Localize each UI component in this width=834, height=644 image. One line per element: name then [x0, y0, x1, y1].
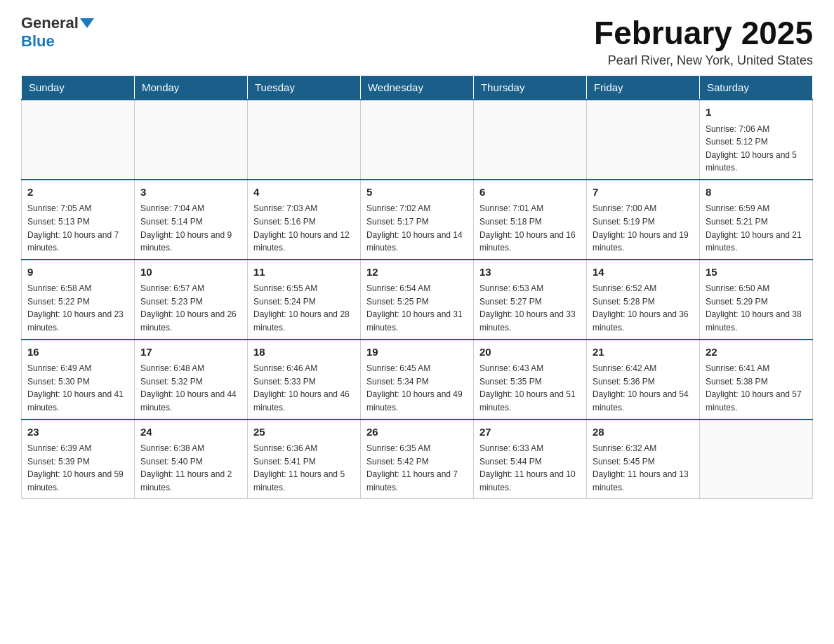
- day-info: Sunrise: 6:57 AM Sunset: 5:23 PM Dayligh…: [140, 282, 241, 334]
- calendar-header-row: SundayMondayTuesdayWednesdayThursdayFrid…: [22, 76, 813, 100]
- calendar-cell: 5Sunrise: 7:02 AM Sunset: 5:17 PM Daylig…: [360, 180, 473, 260]
- calendar-cell: [586, 100, 699, 180]
- calendar-cell: 1Sunrise: 7:06 AM Sunset: 5:12 PM Daylig…: [699, 100, 812, 180]
- page-header: General Blue February 2025 Pearl River, …: [21, 14, 813, 68]
- calendar-cell: [360, 100, 473, 180]
- location-subtitle: Pearl River, New York, United States: [594, 53, 813, 68]
- calendar-cell: 27Sunrise: 6:33 AM Sunset: 5:44 PM Dayli…: [473, 420, 586, 499]
- day-number: 14: [593, 264, 694, 281]
- calendar-cell: 13Sunrise: 6:53 AM Sunset: 5:27 PM Dayli…: [473, 260, 586, 340]
- day-number: 6: [479, 185, 581, 201]
- calendar-week-3: 9Sunrise: 6:58 AM Sunset: 5:22 PM Daylig…: [22, 260, 813, 340]
- day-info: Sunrise: 6:55 AM Sunset: 5:24 PM Dayligh…: [253, 282, 355, 334]
- day-number: 25: [253, 424, 355, 441]
- day-info: Sunrise: 7:05 AM Sunset: 5:13 PM Dayligh…: [27, 202, 128, 254]
- day-number: 8: [706, 185, 807, 201]
- day-number: 3: [140, 185, 241, 201]
- calendar-cell: 8Sunrise: 6:59 AM Sunset: 5:21 PM Daylig…: [699, 180, 812, 260]
- calendar-cell: 25Sunrise: 6:36 AM Sunset: 5:41 PM Dayli…: [247, 420, 360, 499]
- day-number: 7: [593, 185, 694, 201]
- day-info: Sunrise: 6:53 AM Sunset: 5:27 PM Dayligh…: [479, 282, 581, 334]
- day-info: Sunrise: 6:42 AM Sunset: 5:36 PM Dayligh…: [593, 362, 694, 414]
- day-number: 9: [27, 264, 128, 281]
- day-info: Sunrise: 6:50 AM Sunset: 5:29 PM Dayligh…: [706, 282, 807, 334]
- calendar-cell: 22Sunrise: 6:41 AM Sunset: 5:38 PM Dayli…: [699, 340, 812, 420]
- day-number: 28: [593, 424, 694, 441]
- calendar-header-tuesday: Tuesday: [247, 76, 360, 100]
- calendar-cell: 26Sunrise: 6:35 AM Sunset: 5:42 PM Dayli…: [360, 420, 473, 499]
- day-info: Sunrise: 6:49 AM Sunset: 5:30 PM Dayligh…: [27, 362, 128, 414]
- calendar-cell: 7Sunrise: 7:00 AM Sunset: 5:19 PM Daylig…: [586, 180, 699, 260]
- title-block: February 2025 Pearl River, New York, Uni…: [594, 14, 813, 68]
- day-number: 2: [27, 185, 128, 201]
- day-number: 10: [140, 264, 241, 281]
- day-number: 12: [366, 264, 468, 281]
- day-info: Sunrise: 6:54 AM Sunset: 5:25 PM Dayligh…: [366, 282, 468, 334]
- calendar-cell: [247, 100, 360, 180]
- day-info: Sunrise: 7:06 AM Sunset: 5:12 PM Dayligh…: [706, 123, 807, 175]
- day-number: 20: [479, 344, 581, 361]
- calendar-cell: 12Sunrise: 6:54 AM Sunset: 5:25 PM Dayli…: [360, 260, 473, 340]
- day-info: Sunrise: 6:58 AM Sunset: 5:22 PM Dayligh…: [27, 282, 128, 334]
- day-number: 23: [27, 424, 128, 441]
- day-number: 5: [366, 185, 468, 201]
- calendar-header-sunday: Sunday: [22, 76, 135, 100]
- calendar-header-monday: Monday: [134, 76, 247, 100]
- calendar-cell: 18Sunrise: 6:46 AM Sunset: 5:33 PM Dayli…: [247, 340, 360, 420]
- calendar-cell: [699, 420, 812, 499]
- day-info: Sunrise: 7:02 AM Sunset: 5:17 PM Dayligh…: [366, 202, 468, 254]
- calendar-cell: 2Sunrise: 7:05 AM Sunset: 5:13 PM Daylig…: [22, 180, 135, 260]
- calendar-header-saturday: Saturday: [699, 76, 812, 100]
- calendar-cell: 16Sunrise: 6:49 AM Sunset: 5:30 PM Dayli…: [22, 340, 135, 420]
- calendar-cell: [22, 100, 135, 180]
- day-number: 19: [366, 344, 468, 361]
- day-number: 22: [706, 344, 807, 361]
- day-info: Sunrise: 6:52 AM Sunset: 5:28 PM Dayligh…: [593, 282, 694, 334]
- day-number: 4: [253, 185, 355, 201]
- day-info: Sunrise: 6:35 AM Sunset: 5:42 PM Dayligh…: [366, 442, 468, 494]
- logo-general-text: General: [21, 14, 79, 32]
- day-number: 1: [706, 105, 807, 121]
- day-info: Sunrise: 7:00 AM Sunset: 5:19 PM Dayligh…: [593, 202, 694, 254]
- logo-arrow-icon: [80, 18, 94, 28]
- day-info: Sunrise: 6:41 AM Sunset: 5:38 PM Dayligh…: [706, 362, 807, 414]
- calendar-header-friday: Friday: [586, 76, 699, 100]
- day-number: 21: [593, 344, 694, 361]
- calendar-cell: [134, 100, 247, 180]
- calendar-header-thursday: Thursday: [473, 76, 586, 100]
- day-number: 18: [253, 344, 355, 361]
- calendar-cell: [473, 100, 586, 180]
- calendar-week-4: 16Sunrise: 6:49 AM Sunset: 5:30 PM Dayli…: [22, 340, 813, 420]
- day-number: 11: [253, 264, 355, 281]
- logo: General Blue: [21, 14, 95, 51]
- day-info: Sunrise: 7:04 AM Sunset: 5:14 PM Dayligh…: [140, 202, 241, 254]
- day-number: 27: [479, 424, 581, 441]
- calendar-cell: 24Sunrise: 6:38 AM Sunset: 5:40 PM Dayli…: [134, 420, 247, 499]
- calendar-cell: 15Sunrise: 6:50 AM Sunset: 5:29 PM Dayli…: [699, 260, 812, 340]
- day-info: Sunrise: 6:43 AM Sunset: 5:35 PM Dayligh…: [479, 362, 581, 414]
- calendar-cell: 17Sunrise: 6:48 AM Sunset: 5:32 PM Dayli…: [134, 340, 247, 420]
- day-number: 17: [140, 344, 241, 361]
- calendar-cell: 6Sunrise: 7:01 AM Sunset: 5:18 PM Daylig…: [473, 180, 586, 260]
- day-info: Sunrise: 7:03 AM Sunset: 5:16 PM Dayligh…: [253, 202, 355, 254]
- calendar-cell: 11Sunrise: 6:55 AM Sunset: 5:24 PM Dayli…: [247, 260, 360, 340]
- calendar-cell: 20Sunrise: 6:43 AM Sunset: 5:35 PM Dayli…: [473, 340, 586, 420]
- calendar-week-2: 2Sunrise: 7:05 AM Sunset: 5:13 PM Daylig…: [22, 180, 813, 260]
- calendar-cell: 3Sunrise: 7:04 AM Sunset: 5:14 PM Daylig…: [134, 180, 247, 260]
- day-info: Sunrise: 6:45 AM Sunset: 5:34 PM Dayligh…: [366, 362, 468, 414]
- day-info: Sunrise: 6:48 AM Sunset: 5:32 PM Dayligh…: [140, 362, 241, 414]
- day-info: Sunrise: 6:46 AM Sunset: 5:33 PM Dayligh…: [253, 362, 355, 414]
- calendar-header-wednesday: Wednesday: [360, 76, 473, 100]
- calendar-week-5: 23Sunrise: 6:39 AM Sunset: 5:39 PM Dayli…: [22, 420, 813, 499]
- day-number: 13: [479, 264, 581, 281]
- day-info: Sunrise: 6:38 AM Sunset: 5:40 PM Dayligh…: [140, 442, 241, 494]
- day-info: Sunrise: 6:33 AM Sunset: 5:44 PM Dayligh…: [479, 442, 581, 494]
- calendar-cell: 14Sunrise: 6:52 AM Sunset: 5:28 PM Dayli…: [586, 260, 699, 340]
- logo-blue-text: Blue: [21, 32, 55, 51]
- calendar-cell: 19Sunrise: 6:45 AM Sunset: 5:34 PM Dayli…: [360, 340, 473, 420]
- day-info: Sunrise: 6:32 AM Sunset: 5:45 PM Dayligh…: [593, 442, 694, 494]
- day-info: Sunrise: 6:59 AM Sunset: 5:21 PM Dayligh…: [706, 202, 807, 254]
- day-number: 16: [27, 344, 128, 361]
- day-info: Sunrise: 7:01 AM Sunset: 5:18 PM Dayligh…: [479, 202, 581, 254]
- calendar-cell: 9Sunrise: 6:58 AM Sunset: 5:22 PM Daylig…: [22, 260, 135, 340]
